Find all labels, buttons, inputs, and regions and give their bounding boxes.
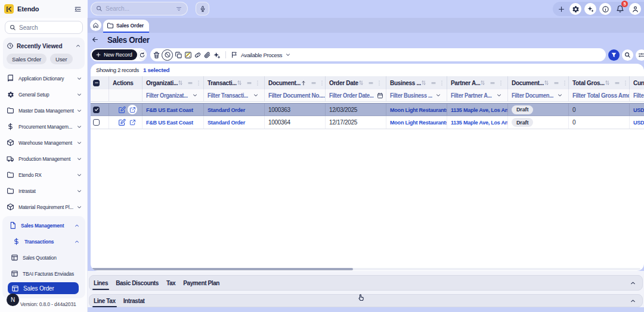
select-all-checkbox[interactable] <box>91 76 109 89</box>
open-record-button[interactable] <box>128 118 137 127</box>
sidebar-item-material-requirement-plan[interactable]: Material Requirement Pl... <box>0 199 88 215</box>
column-header-transaction-document[interactable]: Transacti... <box>204 76 265 89</box>
kebab-icon[interactable] <box>500 80 502 86</box>
cell-transaction[interactable]: Standard Order <box>204 104 265 116</box>
menu-icon[interactable] <box>490 80 496 86</box>
menu-icon[interactable] <box>368 80 374 86</box>
sort-icon[interactable] <box>605 80 610 86</box>
cell-link[interactable]: USD <box>633 119 644 126</box>
cell-transaction[interactable]: Standard Order <box>204 116 265 129</box>
collapse-sidebar-icon[interactable] <box>74 5 82 13</box>
column-header-partner-address[interactable]: Partner A... <box>447 76 508 89</box>
deactivate-button[interactable] <box>162 49 173 61</box>
filter-document-no[interactable] <box>265 89 326 101</box>
sort-icon[interactable] <box>237 80 242 86</box>
cell-link[interactable]: 1135 Maple Ave, Los Ange <box>451 119 508 126</box>
row-checkbox[interactable] <box>91 116 109 129</box>
global-search-input[interactable] <box>106 5 175 12</box>
sort-icon[interactable] <box>358 80 364 86</box>
link-icon-button[interactable] <box>194 51 202 59</box>
cell-currency[interactable]: USD <box>630 116 644 129</box>
tab-payment-plan[interactable]: Payment Plan <box>183 280 219 286</box>
horizontal-scrollbar[interactable] <box>92 268 640 270</box>
sidebar-item-master-data-management[interactable]: Master Data Management <box>0 102 88 118</box>
copy-button[interactable] <box>175 51 182 59</box>
chevron-up-icon[interactable] <box>630 298 642 304</box>
filter-label[interactable]: Filter Partner A... <box>451 92 491 99</box>
sidebar-item-intrastat[interactable]: Intrastat <box>0 183 88 199</box>
filter-label[interactable]: Filter Currency <box>633 92 644 99</box>
tab-tax[interactable]: Tax <box>166 280 175 286</box>
recent-chip-sales-order[interactable]: Sales Order <box>7 54 47 64</box>
cell-link[interactable]: Moon Light Restaurants, C <box>390 107 447 113</box>
sort-icon[interactable] <box>480 80 485 86</box>
filter-currency[interactable]: Filter Currency <box>630 89 644 101</box>
menu-icon[interactable] <box>614 80 620 86</box>
open-record-button[interactable] <box>128 105 137 114</box>
cell-link[interactable]: 1135 Maple Ave, Los Ange <box>451 107 508 113</box>
tab-intrastat[interactable]: Intrastat <box>123 298 145 304</box>
chevron-down-icon[interactable] <box>435 92 447 98</box>
home-button[interactable] <box>90 20 101 31</box>
cell-currency[interactable]: USD <box>630 104 644 116</box>
sidebar-item-transactions[interactable]: Transactions <box>2 233 85 249</box>
column-header-business-partner[interactable]: Business ... <box>386 76 447 89</box>
kebab-icon[interactable] <box>564 80 566 86</box>
filter-label[interactable]: Filter Documen... <box>512 92 553 99</box>
delete-button[interactable] <box>153 51 160 59</box>
voice-search-button[interactable] <box>196 2 209 15</box>
sidebar-item-sales-order-active[interactable]: Sales Order <box>8 282 79 294</box>
filter-partner-address[interactable]: Filter Partner A... <box>447 89 508 101</box>
filter-label[interactable]: Filter Order Date... <box>329 92 374 99</box>
row-checkbox[interactable] <box>91 104 109 116</box>
edit-icon[interactable] <box>118 106 126 114</box>
column-header-order-date[interactable]: Order Date <box>326 76 386 89</box>
selected-count-text[interactable]: 1 selected <box>143 67 169 73</box>
filter-label[interactable]: Filter Organizat... <box>146 92 188 99</box>
cell-link[interactable]: USD <box>633 107 644 113</box>
grid-search-button[interactable] <box>622 49 633 61</box>
cell-organization[interactable]: F&B US East Coast <box>143 104 204 116</box>
sort-icon[interactable] <box>178 80 183 86</box>
global-search[interactable] <box>91 2 188 15</box>
cell-link[interactable]: Standard Order <box>208 107 245 113</box>
column-header-organization[interactable]: Organizati... <box>143 76 204 89</box>
sidebar-item-production-management[interactable]: Production Management <box>0 151 88 167</box>
edit-icon[interactable] <box>118 118 126 126</box>
filter-total-gross-input[interactable] <box>572 92 630 99</box>
recently-viewed-header[interactable]: Recently Viewed <box>7 40 81 51</box>
cell-link[interactable]: F&B US East Coast <box>146 107 193 113</box>
kebab-icon[interactable] <box>378 80 380 86</box>
filter-organization[interactable]: Filter Organizat... <box>143 89 204 101</box>
filter-label[interactable]: Filter Business ... <box>390 92 432 99</box>
column-header-document-no[interactable]: Document... <box>265 76 326 89</box>
table-row[interactable]: F&B US East Coast Standard Order 1000364… <box>91 116 644 129</box>
sidebar-item-tbai-facturas-enviadas[interactable]: TBAI Facturas Enviadas <box>2 266 85 282</box>
cell-link[interactable]: Standard Order <box>208 119 245 126</box>
sidebar-item-procurement-management[interactable]: Procurement Managem... <box>0 118 88 135</box>
menu-icon[interactable] <box>311 80 317 86</box>
copilot-button[interactable] <box>584 3 596 15</box>
kebab-icon[interactable] <box>441 80 443 86</box>
filter-button[interactable] <box>608 49 620 61</box>
sidebar-search[interactable] <box>5 21 83 34</box>
avatar[interactable]: N <box>7 294 19 306</box>
tab-line-tax[interactable]: Line Tax <box>94 298 116 304</box>
menu-icon[interactable] <box>553 80 559 86</box>
sidebar-item-application-dictionary[interactable]: Application Dictionary <box>0 70 88 86</box>
cell-partner-address[interactable]: 1135 Maple Ave, Los Ange <box>447 116 508 129</box>
sidebar-search-input[interactable] <box>19 24 78 31</box>
cell-business-partner[interactable]: Moon Light Restaurants, C <box>386 104 447 116</box>
print-color-icon[interactable] <box>184 51 192 59</box>
chevron-down-icon[interactable] <box>557 92 568 98</box>
chevron-down-icon[interactable] <box>496 92 507 98</box>
chevron-down-icon[interactable] <box>192 92 203 98</box>
column-header-document-status[interactable]: Document... <box>508 76 569 89</box>
column-header-total-gross[interactable]: Total Gros... <box>569 76 630 89</box>
sort-icon[interactable] <box>421 80 426 86</box>
available-process-dropdown[interactable]: Available Process <box>231 51 291 58</box>
sort-icon[interactable] <box>544 80 549 86</box>
back-button[interactable] <box>91 36 99 43</box>
chevron-up-icon[interactable] <box>630 280 642 286</box>
sidebar-item-sales-management[interactable]: Sales Management <box>2 217 85 233</box>
